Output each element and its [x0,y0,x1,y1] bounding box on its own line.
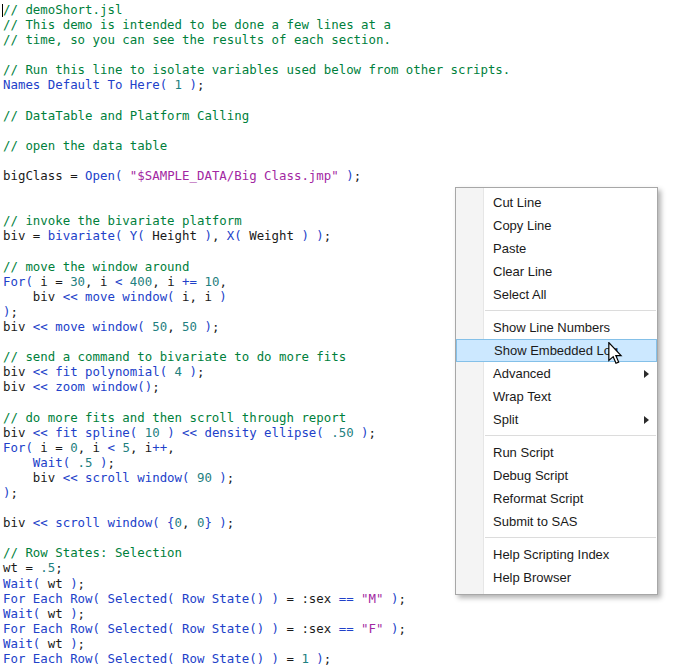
code-line[interactable]: // This demo is intended to be done a fe… [3,17,675,32]
menu-item-show-embedded-log[interactable]: Show Embedded Log [456,339,657,362]
code-token: ; [55,560,62,575]
menu-item-label: Advanced [493,366,551,381]
code-token: // move the window around [3,259,190,274]
code-token: Wait( [3,576,48,591]
code-token: // Row States: Selection [3,545,182,560]
code-token: , [167,319,182,334]
code-token: // DataTable and Platform Calling [3,108,249,123]
code-line[interactable] [3,93,675,108]
code-token: 30 [70,274,85,289]
mouse-cursor-icon [608,342,623,365]
code-token: = :sex [286,591,338,606]
code-token: ) << density ellipse( [160,425,332,440]
code-token: biv [3,364,33,379]
code-line[interactable]: // open the data table [3,138,675,153]
code-line[interactable] [3,153,675,168]
menu-item-wrap-text[interactable]: Wrap Text [456,385,657,408]
code-token: 90 [197,470,212,485]
code-line[interactable]: For Each Row( Selected( Row State() ) = … [3,621,675,636]
code-token: , i [78,440,108,455]
code-token: ) ) [294,228,324,243]
code-token: Open( [85,168,130,183]
menu-item-debug-script[interactable]: Debug Script [456,464,657,487]
code-token: .50 [331,425,353,440]
code-line[interactable]: For Each Row( Selected( Row State() ) = … [3,651,675,666]
code-token: Wait( [3,606,48,621]
code-line[interactable]: // DataTable and Platform Calling [3,108,675,123]
menu-item-select-all[interactable]: Select All [456,283,657,306]
menu-item-help-scripting-index[interactable]: Help Scripting Index [456,543,657,566]
menu-item-cut-line[interactable]: Cut Line [456,191,657,214]
code-token: Names Default To Here( [3,77,175,92]
menu-item-label: Show Embedded Log [494,343,618,358]
code-token: 5 [122,440,129,455]
code-line[interactable]: // demoShort.jsl [3,2,675,17]
menu-item-reformat-script[interactable]: Reformat Script [456,487,657,510]
menu-item-label: Help Browser [493,570,571,585]
code-token: wt [48,576,63,591]
code-token: ; [197,77,204,92]
code-token [122,274,129,289]
code-token: biv [3,515,33,530]
menu-item-split[interactable]: Split [456,408,657,431]
context-menu: Cut LineCopy LinePasteClear LineSelect A… [455,187,658,595]
menu-item-label: Submit to SAS [493,514,578,529]
menu-item-label: Clear Line [493,264,552,279]
code-token [354,621,361,636]
menu-item-label: Help Scripting Index [493,547,609,562]
code-token: ) [339,168,354,183]
code-token: // do more fits and then scroll through … [3,410,346,425]
menu-item-show-line-numbers[interactable]: Show Line Numbers [456,316,657,339]
menu-item-help-browser[interactable]: Help Browser [456,566,657,589]
code-token: biv [3,470,63,485]
code-token: ) [197,228,212,243]
code-token: ; [212,319,219,334]
code-line[interactable]: Names Default To Here( 1 ); [3,77,675,92]
code-token: , [182,515,197,530]
code-token: ) [63,606,78,621]
code-line[interactable]: // Run this line to isolate variables us… [3,62,675,77]
code-token: 50 [152,319,167,334]
menu-item-paste[interactable]: Paste [456,237,657,260]
code-token: Wait( [3,636,48,651]
text-caret [2,4,3,17]
code-token: ; [227,515,234,530]
code-token: // This demo is intended to be done a fe… [3,17,391,32]
code-token: , [219,274,226,289]
menu-item-label: Copy Line [493,218,552,233]
menu-item-copy-line[interactable]: Copy Line [456,214,657,237]
submenu-arrow-icon [644,416,649,424]
code-token: } ) [204,515,226,530]
code-token: ; [324,228,331,243]
code-line[interactable]: Wait( wt ); [3,636,675,651]
code-token: ; [152,379,159,394]
code-token: = [286,651,301,666]
code-token: << move window( [63,289,182,304]
code-token: 1 [175,77,182,92]
code-line[interactable]: Wait( wt ); [3,606,675,621]
code-token: // demoShort.jsl [3,2,122,17]
code-line[interactable]: // time, so you can see the results of e… [3,32,675,47]
code-line[interactable] [3,47,675,62]
menu-item-advanced[interactable]: Advanced [456,362,657,385]
code-token: ) [182,364,197,379]
menu-item-submit-to-sas[interactable]: Submit to SAS [456,510,657,533]
menu-separator [456,533,657,543]
menu-item-run-script[interactable]: Run Script [456,441,657,464]
menu-item-clear-line[interactable]: Clear Line [456,260,657,283]
code-line[interactable]: bigClass = Open( "$SAMPLE_DATA/Big Class… [3,168,675,183]
code-token: Weight [249,228,294,243]
code-token: // time, so you can see the results of e… [3,32,391,47]
code-token: // send a command to bivariate to do mor… [3,349,346,364]
code-token [3,455,33,470]
code-token: ; [324,651,331,666]
code-token: , i [152,274,182,289]
code-token: ) [63,636,78,651]
code-line[interactable] [3,123,675,138]
code-token: For( [3,274,40,289]
code-token: For Each Row( Selected( Row State() ) [3,651,286,666]
code-token: ) [93,455,108,470]
code-token: 400 [130,274,152,289]
code-token: // invoke the bivariate platform [3,213,242,228]
code-token: // open the data table [3,138,167,153]
